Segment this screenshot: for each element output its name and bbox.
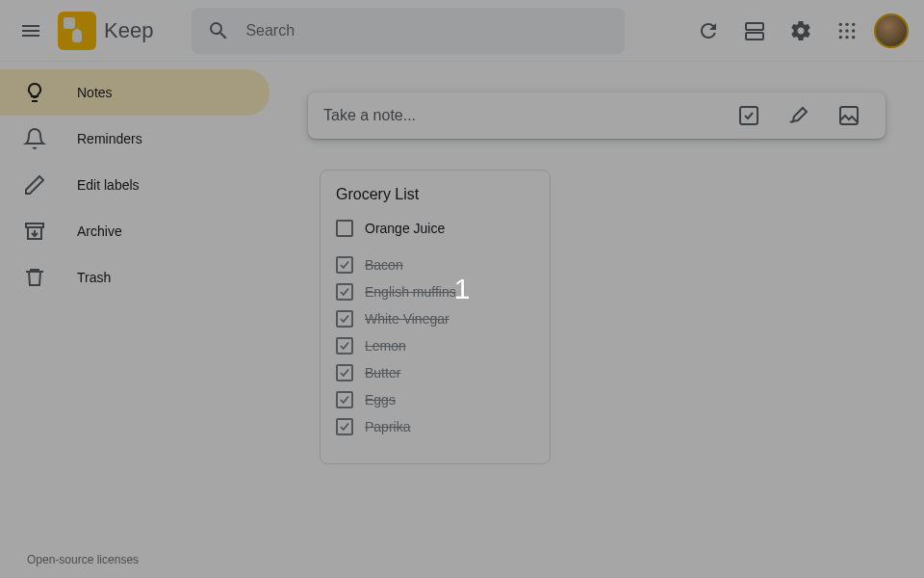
settings-button[interactable]	[782, 12, 820, 50]
brush-icon	[787, 104, 810, 127]
apps-grid-icon	[837, 21, 857, 40]
checklist-item[interactable]: Orange Juice	[336, 215, 534, 242]
checklist-item-text: Butter	[365, 365, 400, 381]
new-image-note-button[interactable]	[828, 94, 870, 137]
sidebar-item-label: Archive	[77, 223, 122, 239]
checklist-item-text: White Vinegar	[365, 311, 449, 327]
sidebar-item-trash[interactable]: Trash	[0, 254, 270, 301]
lightbulb-icon	[23, 81, 46, 104]
compose-placeholder: Take a note...	[323, 107, 720, 124]
svg-point-6	[845, 29, 848, 32]
checklist-item[interactable]: Paprika	[336, 413, 534, 440]
checklist-item-text: Eggs	[365, 392, 396, 407]
checkbox-checked-icon[interactable]	[336, 337, 353, 355]
new-drawing-button[interactable]	[778, 94, 820, 137]
new-list-button[interactable]	[728, 94, 770, 137]
sidebar-item-label: Trash	[77, 270, 111, 285]
checklist-item[interactable]: White Vinegar	[336, 305, 534, 332]
svg-point-10	[852, 36, 855, 39]
sidebar-item-reminders[interactable]: Reminders	[0, 116, 270, 162]
checklist-item[interactable]: Lemon	[336, 332, 534, 359]
sidebar-item-archive[interactable]: Archive	[0, 208, 270, 254]
checkbox-checked-icon[interactable]	[336, 391, 353, 408]
svg-rect-13	[840, 107, 858, 124]
pencil-icon	[23, 173, 46, 197]
checkbox-icon	[737, 104, 760, 127]
checklist-item-text: Paprika	[365, 419, 410, 434]
account-avatar[interactable]	[874, 13, 909, 48]
list-view-icon	[743, 19, 766, 42]
svg-point-2	[839, 22, 842, 25]
checklist-item-text: Bacon	[365, 257, 403, 273]
svg-rect-1	[746, 33, 763, 39]
image-icon	[837, 104, 860, 127]
sidebar: Notes Reminders Edit labels Archive Tras…	[0, 62, 270, 578]
checkbox-checked-icon[interactable]	[336, 364, 353, 381]
content-area: Take a note... Grocery List Orange Juice…	[270, 62, 924, 578]
checklist-item[interactable]: English muffins	[336, 278, 534, 305]
trash-icon	[23, 266, 46, 289]
checklist-item-text: Lemon	[365, 338, 406, 354]
svg-point-9	[845, 36, 848, 39]
main-wrap: Notes Reminders Edit labels Archive Tras…	[0, 62, 924, 578]
checkbox-checked-icon[interactable]	[336, 418, 353, 435]
app-name: Keep	[104, 18, 153, 43]
search-box[interactable]	[192, 8, 625, 54]
svg-point-7	[852, 29, 855, 32]
sidebar-item-notes[interactable]: Notes	[0, 69, 270, 116]
gear-icon	[789, 19, 812, 42]
sidebar-footer-link[interactable]: Open-source licenses	[27, 553, 139, 566]
sidebar-item-label: Edit labels	[77, 177, 140, 193]
svg-point-8	[839, 36, 842, 39]
checklist-item[interactable]: Butter	[336, 359, 534, 386]
app-logo[interactable]: Keep	[58, 12, 153, 50]
sidebar-item-label: Reminders	[77, 131, 142, 146]
main-menu-button[interactable]	[8, 8, 54, 54]
svg-rect-11	[26, 223, 43, 227]
checklist-item-text: Orange Juice	[365, 221, 445, 236]
checklist-item[interactable]: Bacon	[336, 251, 534, 278]
search-icon	[207, 19, 230, 42]
checkbox-checked-icon[interactable]	[336, 256, 353, 274]
note-title: Grocery List	[336, 186, 534, 203]
checklist-item[interactable]: Eggs	[336, 386, 534, 413]
compose-note-bar[interactable]: Take a note...	[308, 92, 886, 139]
svg-rect-0	[746, 23, 763, 30]
refresh-icon	[697, 19, 720, 42]
refresh-button[interactable]	[689, 12, 728, 50]
checklist-item-text: English muffins	[365, 284, 456, 300]
svg-point-5	[839, 29, 842, 32]
svg-rect-12	[740, 107, 757, 124]
sidebar-item-edit-labels[interactable]: Edit labels	[0, 162, 270, 208]
checkbox-unchecked-icon[interactable]	[336, 220, 353, 237]
sidebar-item-label: Notes	[77, 85, 113, 100]
header-actions	[689, 12, 916, 50]
bell-icon	[23, 127, 46, 150]
svg-point-4	[852, 22, 855, 25]
checkbox-checked-icon[interactable]	[336, 283, 353, 301]
search-input[interactable]	[245, 22, 609, 39]
checkbox-checked-icon[interactable]	[336, 310, 353, 328]
keep-logo-icon	[58, 12, 96, 50]
list-view-button[interactable]	[735, 12, 774, 50]
menu-icon	[19, 19, 42, 42]
svg-point-3	[845, 22, 848, 25]
app-header: Keep	[0, 0, 924, 62]
apps-button[interactable]	[828, 12, 866, 50]
note-card[interactable]: Grocery List Orange Juice Bacon English …	[320, 170, 551, 464]
archive-icon	[23, 220, 46, 243]
